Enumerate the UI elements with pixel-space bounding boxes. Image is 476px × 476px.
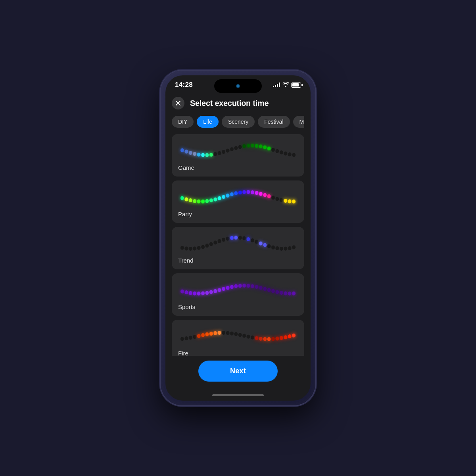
card-party[interactable]: Party bbox=[172, 180, 304, 223]
led-canvas-sports bbox=[178, 280, 298, 299]
card-label-sports: Sports bbox=[178, 303, 298, 310]
card-trend[interactable]: Trend bbox=[172, 227, 304, 269]
card-label-fire: Fire bbox=[178, 350, 298, 356]
page-title: Select execution time bbox=[190, 99, 269, 108]
card-label-party: Party bbox=[178, 211, 298, 217]
led-canvas-game bbox=[178, 140, 298, 160]
card-sports[interactable]: Sports bbox=[172, 273, 304, 316]
close-button[interactable] bbox=[172, 97, 184, 109]
home-bar bbox=[212, 394, 264, 396]
status-icons bbox=[273, 82, 301, 88]
cards-scroll-area[interactable]: GamePartyTrendSportsFire bbox=[172, 134, 304, 356]
next-button[interactable]: Next bbox=[198, 361, 278, 382]
tab-scenery[interactable]: Scenery bbox=[222, 116, 255, 128]
led-canvas-trend bbox=[178, 233, 298, 253]
home-indicator bbox=[165, 390, 311, 401]
dynamic-island bbox=[214, 79, 262, 93]
tab-mood[interactable]: Mood bbox=[293, 116, 304, 128]
island-camera bbox=[236, 84, 240, 88]
status-time: 14:28 bbox=[175, 81, 193, 89]
card-fire[interactable]: Fire bbox=[172, 320, 304, 356]
card-label-trend: Trend bbox=[178, 257, 298, 264]
phone-screen: 14:28 bbox=[165, 75, 311, 401]
bottom-area: Next bbox=[165, 356, 311, 390]
header: Select execution time bbox=[172, 92, 304, 116]
battery-icon bbox=[291, 83, 301, 88]
wifi-icon bbox=[282, 82, 289, 88]
category-tabs: DIYLifeSceneryFestivalMoodFavorites bbox=[172, 116, 304, 134]
tab-life[interactable]: Life bbox=[197, 116, 219, 128]
tab-festival[interactable]: Festival bbox=[258, 116, 290, 128]
signal-icon bbox=[273, 83, 280, 87]
phone-frame: 14:28 bbox=[161, 71, 315, 405]
card-label-game: Game bbox=[178, 164, 298, 171]
tab-diy[interactable]: DIY bbox=[172, 116, 194, 128]
led-canvas-party bbox=[178, 187, 298, 207]
app-content: Select execution time DIYLifeSceneryFest… bbox=[165, 92, 311, 356]
led-canvas-fire bbox=[178, 326, 298, 346]
card-game[interactable]: Game bbox=[172, 134, 304, 177]
